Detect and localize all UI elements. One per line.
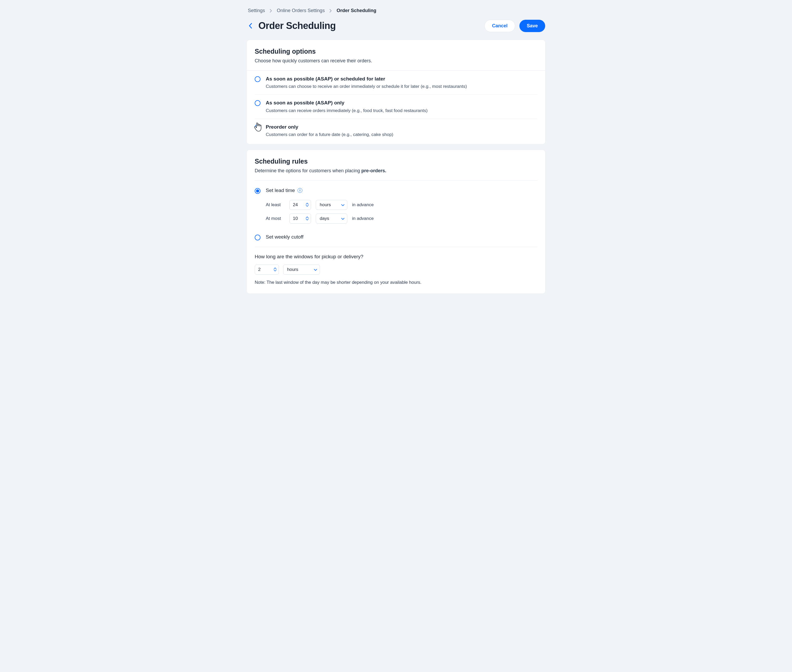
subtitle-prefix: Determine the options for customers when…	[255, 168, 361, 173]
radio-weekly-cutoff[interactable]	[255, 235, 260, 240]
at-least-value: 24	[293, 202, 298, 208]
window-question: How long are the windows for pickup or d…	[255, 253, 537, 261]
at-least-label: At least	[266, 202, 285, 208]
at-most-value: 10	[293, 215, 298, 222]
radio-preorder-only[interactable]	[255, 125, 260, 130]
at-least-value-input[interactable]: 24	[289, 200, 311, 210]
at-most-unit: days	[320, 215, 329, 222]
lead-time-label: Set lead time	[266, 187, 295, 194]
window-value: 2	[258, 266, 260, 273]
window-value-input[interactable]: 2	[255, 265, 279, 275]
breadcrumb: Settings Online Orders Settings Order Sc…	[247, 7, 545, 14]
option-title: As soon as possible (ASAP) only	[266, 99, 428, 107]
chevron-right-icon	[329, 9, 332, 13]
radio-asap-only[interactable]	[255, 100, 260, 106]
cancel-button[interactable]: Cancel	[484, 20, 515, 32]
scheduling-options-subtitle: Choose how quickly customers can receive…	[255, 58, 537, 64]
option-title: As soon as possible (ASAP) or scheduled …	[266, 75, 467, 83]
at-least-unit-select[interactable]: hours	[316, 200, 347, 210]
radio-set-lead-time[interactable]	[255, 188, 260, 194]
scheduling-rules-card: Scheduling rules Determine the options f…	[247, 150, 545, 293]
option-asap-or-later[interactable]: As soon as possible (ASAP) or scheduled …	[247, 70, 545, 94]
page-title: Order Scheduling	[258, 19, 336, 32]
at-most-value-input[interactable]: 10	[289, 214, 311, 224]
scheduling-options-title: Scheduling options	[255, 47, 537, 56]
subtitle-strong: pre-orders.	[361, 168, 386, 173]
window-unit: hours	[287, 266, 298, 273]
at-most-unit-select[interactable]: days	[316, 214, 347, 224]
breadcrumb-online-orders-settings[interactable]: Online Orders Settings	[277, 7, 325, 14]
chevron-down-icon	[341, 202, 345, 208]
option-desc: Customers can receive orders immediately…	[266, 107, 428, 114]
window-unit-select[interactable]: hours	[283, 265, 320, 275]
scheduling-rules-subtitle: Determine the options for customers when…	[255, 168, 537, 174]
chevron-down-icon	[314, 266, 317, 273]
back-button[interactable]	[247, 22, 254, 29]
chevron-down-icon	[341, 215, 345, 222]
weekly-cutoff-label: Set weekly cutoff	[266, 234, 303, 241]
at-least-unit: hours	[320, 202, 331, 208]
window-note: Note: The last window of the day may be …	[255, 279, 537, 286]
chevron-right-icon	[270, 9, 272, 13]
option-desc: Customers can choose to receive an order…	[266, 83, 467, 90]
stepper-icon[interactable]	[306, 203, 309, 207]
save-button[interactable]: Save	[519, 20, 545, 32]
scheduling-options-card: Scheduling options Choose how quickly cu…	[247, 40, 545, 144]
in-advance-label: in advance	[352, 202, 374, 208]
lead-row-at-most: At most 10 days in advanc	[266, 214, 537, 224]
option-desc: Customers can order for a future date (e…	[266, 131, 393, 138]
at-most-label: At most	[266, 215, 285, 222]
in-advance-label: in advance	[352, 215, 374, 222]
radio-asap-or-later[interactable]	[255, 76, 260, 82]
lead-row-at-least: At least 24 hours in adva	[266, 200, 537, 210]
option-preorder-only[interactable]: Preorder only Customers can order for a …	[255, 118, 537, 144]
breadcrumb-settings[interactable]: Settings	[248, 7, 265, 14]
option-title: Preorder only	[266, 123, 393, 131]
info-icon[interactable]: i	[298, 188, 302, 193]
option-set-lead-time[interactable]: Set lead time i	[255, 181, 537, 196]
option-weekly-cutoff[interactable]: Set weekly cutoff	[255, 234, 537, 241]
scheduling-rules-title: Scheduling rules	[255, 157, 537, 166]
stepper-icon[interactable]	[306, 216, 309, 221]
option-asap-only[interactable]: As soon as possible (ASAP) only Customer…	[255, 94, 537, 118]
breadcrumb-current: Order Scheduling	[337, 7, 376, 14]
stepper-icon[interactable]	[274, 267, 277, 272]
